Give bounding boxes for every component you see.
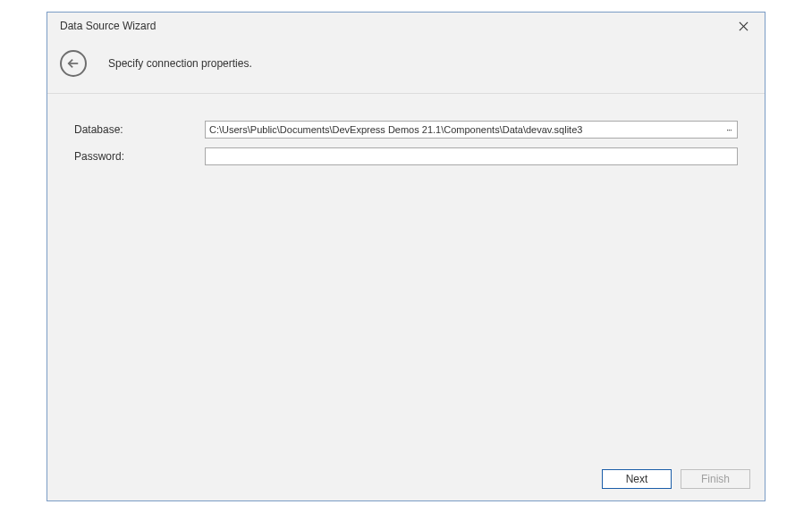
- arrow-left-icon: [67, 57, 80, 70]
- step-title: Specify connection properties.: [108, 57, 252, 70]
- password-input[interactable]: [205, 147, 738, 165]
- database-label: Database:: [74, 123, 205, 136]
- finish-button[interactable]: Finish: [681, 469, 750, 489]
- wizard-window: Data Source Wizard Specify connection pr…: [47, 12, 765, 501]
- window-title: Data Source Wizard: [60, 20, 156, 32]
- close-icon: [739, 21, 749, 31]
- back-button[interactable]: [60, 50, 87, 77]
- content-area: Database: ··· Password:: [47, 94, 765, 458]
- titlebar: Data Source Wizard: [47, 13, 765, 39]
- browse-button[interactable]: ···: [721, 122, 737, 138]
- database-input-wrapper: ···: [205, 121, 738, 139]
- database-input[interactable]: [205, 121, 738, 139]
- next-button[interactable]: Next: [602, 469, 672, 489]
- ellipsis-icon: ···: [726, 125, 731, 135]
- wizard-header: Specify connection properties.: [47, 39, 765, 94]
- password-label: Password:: [74, 150, 205, 163]
- password-row: Password:: [74, 147, 738, 165]
- wizard-footer: Next Finish: [47, 458, 765, 500]
- password-input-wrapper: [205, 147, 738, 165]
- close-button[interactable]: [731, 16, 756, 36]
- database-row: Database: ···: [74, 121, 738, 139]
